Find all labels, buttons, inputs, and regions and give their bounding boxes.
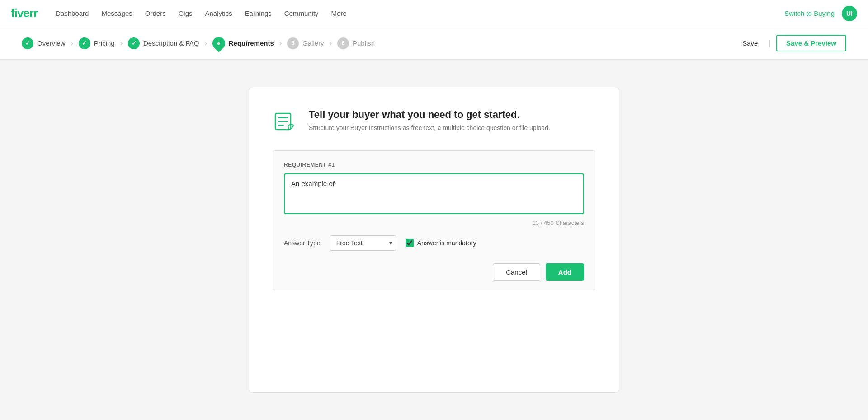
step-label-requirements: Requirements	[229, 39, 274, 47]
nav-community[interactable]: Community	[284, 9, 319, 17]
stepper-bar: Overview › Pricing › Description & FAQ ›…	[0, 27, 868, 60]
step-label-pricing: Pricing	[94, 39, 115, 47]
nav-right: Switch to Buying UI	[784, 6, 857, 21]
mandatory-row: Answer is mandatory	[406, 239, 476, 247]
save-button[interactable]: Save	[737, 36, 763, 51]
cancel-button[interactable]: Cancel	[493, 263, 540, 281]
char-count: 13 / 450 Characters	[284, 219, 584, 226]
step-label-description-faq: Description & FAQ	[143, 39, 199, 47]
stepper-steps: Overview › Pricing › Description & FAQ ›…	[22, 37, 375, 50]
step-label-overview: Overview	[37, 39, 66, 47]
nav-gigs[interactable]: Gigs	[179, 9, 193, 17]
requirement-textarea[interactable]	[284, 173, 584, 214]
step-icon-requirements: ●	[210, 34, 228, 52]
stepper-actions: Save | Save & Preview	[737, 35, 846, 51]
switch-to-buying[interactable]: Switch to Buying	[784, 9, 835, 17]
step-pricing[interactable]: Pricing	[79, 37, 115, 49]
answer-type-label: Answer Type	[284, 239, 321, 247]
step-arrow-1: ›	[71, 39, 73, 47]
nav-messages[interactable]: Messages	[101, 9, 132, 17]
nav-more[interactable]: More	[331, 9, 347, 17]
card-subtitle: Structure your Buyer Instructions as fre…	[309, 124, 550, 131]
requirement-box: REQUIREMENT #1 13 / 450 Characters Answe…	[273, 150, 595, 290]
card-header-text: Tell your buyer what you need to get sta…	[309, 109, 550, 131]
step-arrow-4: ›	[279, 39, 282, 47]
mandatory-label: Answer is mandatory	[417, 239, 476, 247]
step-arrow-5: ›	[330, 39, 332, 47]
step-requirements[interactable]: ● Requirements	[212, 37, 274, 50]
pin-inner: ●	[217, 40, 220, 47]
answer-type-select[interactable]: Free Text Multiple Choice Attach a File	[330, 235, 396, 251]
nav-orders[interactable]: Orders	[145, 9, 166, 17]
card-header: Tell your buyer what you need to get sta…	[273, 109, 595, 134]
card-title: Tell your buyer what you need to get sta…	[309, 109, 550, 121]
avatar[interactable]: UI	[842, 6, 857, 21]
nav-earnings[interactable]: Earnings	[245, 9, 272, 17]
requirements-card: Tell your buyer what you need to get sta…	[249, 87, 619, 393]
step-overview[interactable]: Overview	[22, 37, 66, 49]
step-icon-publish: 6	[337, 37, 349, 49]
step-icon-overview	[22, 37, 33, 49]
fiverr-logo[interactable]: fiverr	[11, 6, 38, 20]
step-icon-pricing	[79, 37, 90, 49]
requirement-label: REQUIREMENT #1	[284, 162, 584, 168]
answer-type-wrapper: Free Text Multiple Choice Attach a File …	[330, 235, 396, 251]
card-actions: Cancel Add	[284, 263, 584, 281]
nav-links: Dashboard Messages Orders Gigs Analytics…	[56, 9, 770, 17]
step-icon-description-faq	[128, 37, 140, 49]
step-gallery[interactable]: 5 Gallery	[287, 37, 324, 49]
step-publish[interactable]: 6 Publish	[337, 37, 375, 49]
requirements-icon	[273, 109, 298, 134]
nav-analytics[interactable]: Analytics	[205, 9, 232, 17]
answer-row: Answer Type Free Text Multiple Choice At…	[284, 235, 584, 251]
save-preview-button[interactable]: Save & Preview	[776, 35, 846, 51]
main-content: Tell your buyer what you need to get sta…	[0, 60, 868, 420]
step-description-faq[interactable]: Description & FAQ	[128, 37, 199, 49]
stepper-divider: |	[769, 38, 771, 48]
top-navigation: fiverr Dashboard Messages Orders Gigs An…	[0, 0, 868, 27]
step-arrow-3: ›	[204, 39, 207, 47]
step-label-gallery: Gallery	[302, 39, 324, 47]
step-arrow-2: ›	[120, 39, 123, 47]
nav-dashboard[interactable]: Dashboard	[56, 9, 89, 17]
step-icon-gallery: 5	[287, 37, 299, 49]
step-label-publish: Publish	[353, 39, 375, 47]
mandatory-checkbox[interactable]	[406, 239, 414, 247]
add-button[interactable]: Add	[546, 263, 584, 281]
